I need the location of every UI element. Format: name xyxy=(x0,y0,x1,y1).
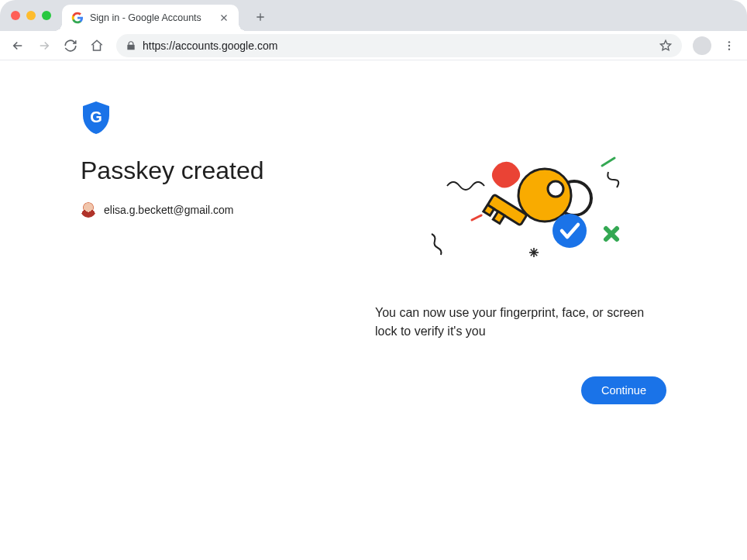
description-text: You can now use your fingerprint, face, … xyxy=(375,304,666,341)
home-button[interactable] xyxy=(85,34,108,57)
tab-close-icon[interactable] xyxy=(219,12,229,23)
lock-icon xyxy=(126,40,136,51)
new-tab-button[interactable] xyxy=(250,6,271,28)
svg-text:G: G xyxy=(90,108,102,125)
window-controls xyxy=(11,11,51,20)
svg-point-0 xyxy=(728,41,730,43)
browser-chrome: Sign in - Google Accounts https://accoun… xyxy=(0,0,747,60)
svg-point-6 xyxy=(548,181,563,197)
left-column: G Passkey created elisa.g.beckett@gmail.… xyxy=(81,101,360,404)
bookmark-star-icon[interactable] xyxy=(659,39,673,53)
page-content: G Passkey created elisa.g.beckett@gmail.… xyxy=(0,60,747,404)
account-email: elisa.g.beckett@gmail.com xyxy=(104,204,234,216)
page-heading: Passkey created xyxy=(81,156,360,185)
forward-button[interactable] xyxy=(33,34,56,57)
account-avatar-icon xyxy=(81,202,96,218)
tab-strip: Sign in - Google Accounts xyxy=(0,0,747,31)
reload-button[interactable] xyxy=(59,34,82,57)
tab-title: Sign in - Google Accounts xyxy=(90,12,212,23)
back-button[interactable] xyxy=(6,34,29,57)
passkey-illustration xyxy=(401,149,641,273)
address-bar[interactable]: https://accounts.google.com xyxy=(116,34,682,57)
window-close-button[interactable] xyxy=(11,11,20,20)
browser-menu-button[interactable] xyxy=(718,34,741,57)
svg-rect-9 xyxy=(493,211,504,223)
svg-point-2 xyxy=(728,48,730,50)
google-shield-icon: G xyxy=(81,101,112,135)
svg-point-1 xyxy=(728,44,730,46)
browser-toolbar: https://accounts.google.com xyxy=(0,31,747,60)
window-minimize-button[interactable] xyxy=(26,11,36,20)
right-column: You can now use your fingerprint, face, … xyxy=(375,101,666,404)
browser-tab[interactable]: Sign in - Google Accounts xyxy=(62,5,239,31)
svg-point-10 xyxy=(553,214,587,248)
continue-button[interactable]: Continue xyxy=(581,376,666,404)
account-chip[interactable]: elisa.g.beckett@gmail.com xyxy=(81,202,360,218)
profile-avatar[interactable] xyxy=(693,36,711,55)
url-text: https://accounts.google.com xyxy=(143,40,277,52)
google-favicon-icon xyxy=(71,12,84,24)
action-row: Continue xyxy=(581,376,666,404)
window-maximize-button[interactable] xyxy=(42,11,51,20)
